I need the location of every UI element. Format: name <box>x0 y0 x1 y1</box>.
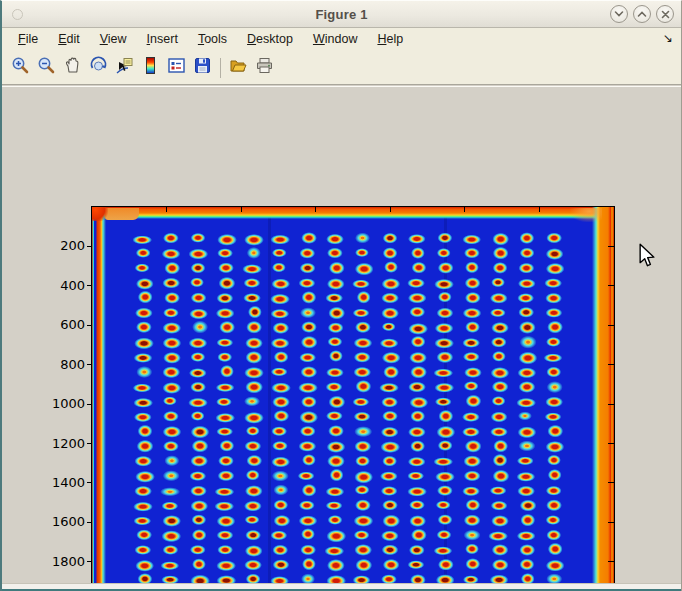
heatmap-spot <box>381 486 398 496</box>
dock-figure-icon[interactable]: ↘ <box>663 31 673 45</box>
heatmap-spot <box>464 277 481 289</box>
heatmap-spot <box>215 502 234 511</box>
y-tick-label: 1600 <box>41 514 85 529</box>
heatmap-spot <box>190 485 206 496</box>
heatmap-spot <box>244 501 262 512</box>
heatmap-spot <box>160 561 179 571</box>
heatmap-spot <box>162 426 181 438</box>
heatmap-spot <box>383 247 398 259</box>
heatmap-spot <box>244 234 264 246</box>
heatmap-image[interactable] <box>92 207 614 591</box>
heatmap-spot <box>328 307 346 320</box>
heatmap-spot <box>380 383 400 393</box>
menu-item-tools[interactable]: Tools <box>188 30 237 49</box>
toolbar-separator <box>220 58 221 78</box>
heatmap-spot <box>216 531 233 541</box>
heatmap-spot <box>134 338 154 349</box>
heatmap-spot <box>300 544 316 555</box>
menu-item-window[interactable]: Window <box>303 30 367 49</box>
menu-item-desktop[interactable]: Desktop <box>237 30 303 49</box>
heatmap-spot <box>353 367 370 378</box>
close-icon <box>661 10 670 19</box>
y-tick-label: 400 <box>41 278 85 293</box>
heatmap-spot <box>546 515 561 525</box>
menu-item-view[interactable]: View <box>90 30 137 49</box>
heatmap-spot <box>464 456 481 468</box>
heatmap-spot <box>191 262 206 273</box>
insert-legend-button[interactable] <box>165 57 187 79</box>
heatmap-spot <box>382 322 397 332</box>
heatmap-spot <box>437 529 452 539</box>
heatmap-spot <box>383 559 400 571</box>
y-tick <box>87 246 91 247</box>
menu-item-help[interactable]: Help <box>367 30 413 49</box>
heatmap-spot <box>544 412 561 421</box>
heatmap-spot <box>548 469 563 481</box>
heatmap-spot <box>244 441 261 452</box>
heatmap-spot <box>192 321 208 334</box>
heatmap-spot <box>216 383 235 393</box>
heatmap-spot <box>384 261 398 273</box>
heatmap-spot <box>435 382 454 393</box>
heatmap-spot <box>408 382 426 393</box>
heatmap-spot <box>517 278 535 289</box>
heatmap-spot <box>217 352 232 362</box>
heatmap-spot <box>329 469 344 482</box>
heatmap-spot <box>355 248 369 258</box>
heatmap-spot <box>434 546 453 555</box>
data-cursor-button[interactable] <box>113 57 135 79</box>
folder-open-icon <box>229 56 248 79</box>
heatmap-spot <box>353 308 370 317</box>
printer-icon <box>255 56 274 79</box>
heatmap-spot <box>189 249 208 260</box>
heatmap-spot <box>465 321 481 333</box>
heatmap-spot <box>438 558 454 571</box>
menu-item-edit[interactable]: Edit <box>48 30 90 49</box>
heatmap-spot <box>409 515 427 527</box>
heatmap-spot <box>519 381 536 393</box>
heatmap-spot <box>411 247 425 259</box>
print-figure-button[interactable] <box>253 57 275 79</box>
heatmap-spot <box>162 249 181 260</box>
heatmap-spot <box>437 248 451 258</box>
heatmap-spot <box>463 352 479 362</box>
heatmap-spot <box>247 305 261 318</box>
y-tick <box>87 561 91 562</box>
save-figure-button[interactable] <box>191 57 213 79</box>
x-tick-inner <box>539 207 540 212</box>
heatmap-spot <box>133 383 152 392</box>
y-tick-inner <box>608 561 614 562</box>
heatmap-spot <box>383 514 400 527</box>
plot-axes: 2004006008001000120014002004006008001000… <box>91 206 615 591</box>
heatmap-spot <box>302 454 316 466</box>
title-bar[interactable]: Figure 1 <box>2 1 681 28</box>
menu-item-insert[interactable]: Insert <box>137 30 188 49</box>
heatmap-spot <box>548 425 563 438</box>
heatmap-spot <box>354 470 374 483</box>
data-cursor-icon <box>115 56 134 79</box>
window-bottom-edge <box>2 583 681 591</box>
heatmap-spot <box>162 337 181 349</box>
zoom-in-button[interactable] <box>9 57 31 79</box>
heatmap-spot <box>271 531 288 540</box>
maximize-button[interactable] <box>633 5 651 23</box>
heatmap-spot <box>437 232 452 243</box>
pan-button[interactable] <box>61 57 83 79</box>
rotate-3d-button[interactable] <box>87 57 109 79</box>
heatmap-spot <box>273 514 290 526</box>
heatmap-spot <box>163 367 181 379</box>
y-tick <box>87 482 91 483</box>
frame-right-band <box>592 207 614 591</box>
heatmap-spot <box>327 515 342 525</box>
heatmap-spot <box>520 336 537 349</box>
open-file-button[interactable] <box>227 57 249 79</box>
heatmap-spot <box>270 308 289 318</box>
shade-button[interactable] <box>610 5 628 23</box>
heatmap-spot <box>244 293 262 303</box>
menu-item-file[interactable]: File <box>8 30 48 49</box>
insert-colorbar-button[interactable] <box>139 57 161 79</box>
zoom-out-button[interactable] <box>35 57 57 79</box>
heatmap-spot <box>466 395 481 408</box>
close-button[interactable] <box>656 5 674 23</box>
heatmap-spot <box>162 382 181 394</box>
